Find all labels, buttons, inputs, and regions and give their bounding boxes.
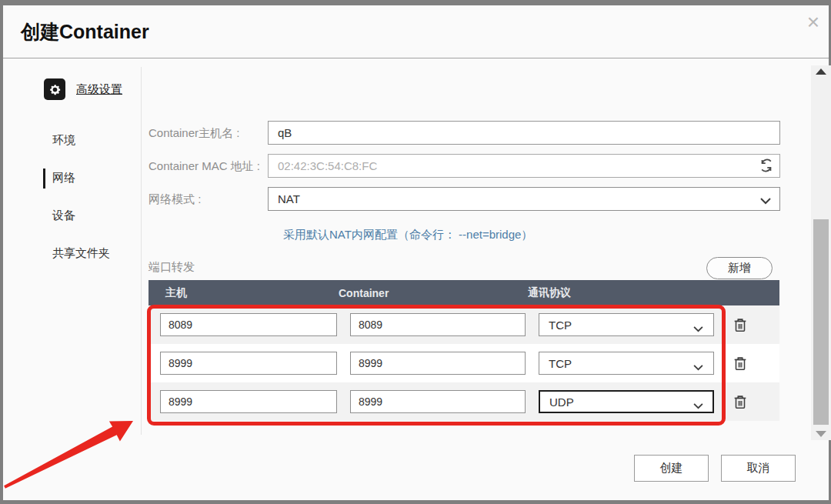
table-row: TCP bbox=[149, 344, 779, 382]
refresh-icon[interactable] bbox=[759, 158, 774, 176]
sidebar-divider bbox=[141, 67, 142, 435]
advanced-settings-label: 高级设置 bbox=[76, 82, 122, 97]
host-port-input[interactable] bbox=[160, 313, 337, 336]
delete-row-icon[interactable] bbox=[732, 393, 749, 410]
sidebar-item-shared-folders[interactable]: 共享文件夹 bbox=[52, 246, 110, 261]
close-icon[interactable]: × bbox=[807, 12, 819, 33]
container-port-input[interactable] bbox=[350, 352, 526, 375]
title-divider bbox=[3, 58, 829, 58]
table-row: TCP bbox=[149, 305, 779, 344]
create-button[interactable]: 创建 bbox=[634, 455, 709, 482]
host-port-input[interactable] bbox=[160, 390, 337, 413]
nat-hint-text: 采用默认NAT内网配置（命令行： --net=bridge） bbox=[283, 228, 532, 242]
screenshot-frame: 创建Container × 高级设置 环境 网络 设备 共享文件夹 Contai… bbox=[0, 0, 831, 504]
scroll-down-icon[interactable] bbox=[816, 431, 826, 437]
table-row: UDP bbox=[149, 382, 779, 421]
host-port-input[interactable] bbox=[160, 352, 337, 375]
network-mode-label: 网络模式 : bbox=[149, 192, 201, 207]
protocol-select[interactable]: TCP bbox=[539, 313, 714, 336]
header-container: Container bbox=[339, 287, 528, 299]
gear-icon bbox=[44, 78, 65, 100]
header-protocol: 通讯协议 bbox=[528, 286, 779, 300]
scrollbar[interactable] bbox=[811, 65, 831, 440]
advanced-settings-link[interactable]: 高级设置 bbox=[44, 78, 122, 100]
delete-row-icon[interactable] bbox=[732, 316, 749, 333]
dialog-title: 创建Container bbox=[21, 19, 149, 45]
active-item-marker bbox=[43, 169, 45, 189]
protocol-select[interactable]: UDP bbox=[539, 390, 714, 413]
mac-input[interactable] bbox=[268, 154, 780, 178]
create-container-dialog: 创建Container × 高级设置 环境 网络 设备 共享文件夹 Contai… bbox=[3, 5, 829, 500]
network-mode-select[interactable]: NAT bbox=[268, 187, 780, 211]
sidebar-item-network[interactable]: 网络 bbox=[52, 171, 75, 185]
port-forwarding-label: 端口转发 bbox=[149, 260, 195, 275]
header-host: 主机 bbox=[149, 286, 339, 300]
sidebar-item-device[interactable]: 设备 bbox=[52, 209, 75, 223]
port-forwarding-table: 主机 Container 通讯协议 TCP bbox=[149, 280, 779, 421]
mac-label: Container MAC 地址 : bbox=[149, 159, 260, 174]
container-port-input[interactable] bbox=[350, 390, 526, 413]
hostname-input[interactable] bbox=[268, 121, 780, 145]
protocol-select[interactable]: TCP bbox=[539, 352, 714, 375]
cancel-button[interactable]: 取消 bbox=[721, 455, 796, 482]
delete-row-icon[interactable] bbox=[732, 355, 749, 372]
add-port-button[interactable]: 新增 bbox=[706, 257, 773, 279]
container-port-input[interactable] bbox=[350, 313, 526, 336]
hostname-label: Container主机名 : bbox=[149, 126, 239, 141]
scrollbar-thumb[interactable] bbox=[813, 219, 829, 425]
table-header: 主机 Container 通讯协议 bbox=[149, 280, 779, 305]
sidebar-item-environment[interactable]: 环境 bbox=[52, 133, 75, 148]
scroll-up-icon[interactable] bbox=[816, 68, 826, 75]
